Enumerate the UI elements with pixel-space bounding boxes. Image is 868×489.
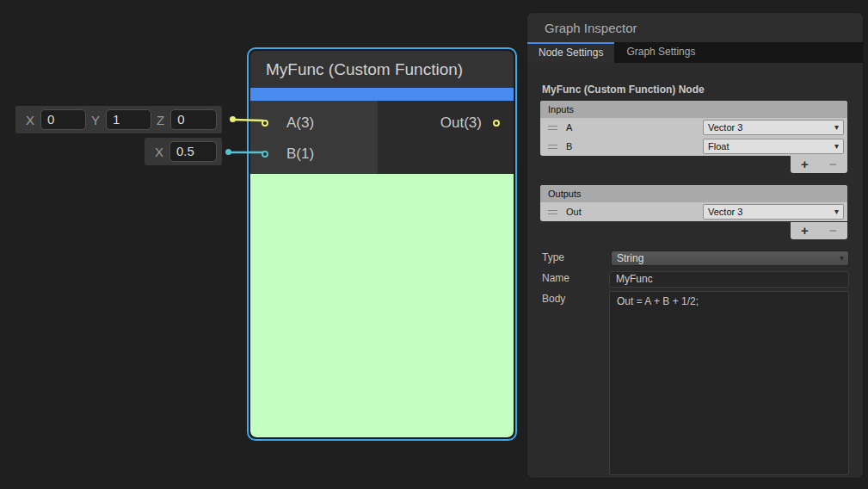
input-port-row-a: A(3) (250, 108, 378, 139)
remove-output-button[interactable]: − (829, 223, 837, 238)
input-a-name: A (566, 122, 572, 133)
inputs-list-header: Inputs (540, 101, 847, 118)
z-value-field[interactable]: 0 (170, 109, 217, 130)
chevron-down-icon: ▾ (840, 251, 844, 265)
tab-graph-settings[interactable]: Graph Settings (614, 42, 707, 63)
body-field[interactable]: Out = A + B + 1/2; (609, 291, 849, 475)
tab-node-settings[interactable]: Node Settings (527, 42, 614, 63)
list-item[interactable]: B Float▾ (540, 137, 847, 156)
port-a-connector-icon[interactable] (262, 120, 268, 127)
y-value-field[interactable]: 1 (106, 109, 151, 130)
y-axis-label: Y (91, 113, 100, 127)
output-type-dropdown[interactable]: Vector 3▾ (703, 204, 844, 220)
inspector-title[interactable]: Graph Inspector (527, 13, 863, 42)
list-item[interactable]: Out Vector 3▾ (540, 202, 847, 221)
port-a-label: A(3) (286, 115, 314, 132)
chevron-down-icon: ▾ (834, 205, 839, 219)
vector3-input-widget: X 0 Y 1 Z 0 (15, 106, 222, 133)
type-dropdown[interactable]: String▾ (611, 251, 849, 266)
output-port-row: Out(3) (378, 108, 514, 139)
input-b-type-dropdown[interactable]: Float▾ (703, 139, 844, 154)
inputs-list-footer: + − (791, 156, 847, 173)
outputs-list: Outputs Out Vector 3▾ (540, 185, 847, 221)
drag-handle-icon[interactable] (548, 126, 557, 130)
node-accent-bar (250, 88, 514, 101)
input-port-row-b: B(1) (250, 139, 378, 170)
float-value-field[interactable]: 0.5 (169, 141, 217, 162)
graph-inspector-panel: Graph Inspector Node Settings Graph Sett… (527, 13, 863, 478)
chevron-down-icon: ▾ (834, 139, 839, 153)
edge-endpoint-dot-yellow[interactable] (230, 116, 236, 122)
node-preview-area (250, 174, 514, 437)
node-input-ports: A(3) B(1) (250, 101, 378, 174)
input-b-name: B (566, 141, 572, 152)
chevron-down-icon: ▾ (834, 121, 839, 134)
node-output-ports: Out(3) (378, 101, 514, 174)
output-name: Out (566, 207, 582, 217)
inspector-tab-bar: Node Settings Graph Settings (527, 42, 863, 63)
x-value-field[interactable]: 0 (40, 109, 86, 130)
drag-handle-icon[interactable] (548, 210, 557, 214)
float-input-widget: X 0.5 (145, 138, 222, 165)
remove-input-button[interactable]: − (829, 157, 837, 172)
add-input-button[interactable]: + (801, 157, 809, 172)
port-b-label: B(1) (286, 145, 314, 163)
outputs-list-footer: + − (791, 222, 847, 239)
z-axis-label: Z (157, 113, 164, 127)
inputs-list: Inputs A Vector 3▾ B Float▾ (540, 101, 847, 156)
add-output-button[interactable]: + (801, 223, 809, 238)
port-b-connector-icon[interactable] (262, 151, 268, 158)
input-a-type-dropdown[interactable]: Vector 3▾ (703, 120, 844, 135)
custom-function-node[interactable]: MyFunc (Custom Function) A(3) B(1) Out(3… (247, 47, 517, 441)
x-axis-label: X (155, 145, 163, 159)
name-field[interactable]: MyFunc (609, 271, 849, 288)
port-out-label: Out(3) (440, 115, 482, 132)
x-axis-label: X (26, 113, 34, 127)
drag-handle-icon[interactable] (548, 145, 557, 149)
name-label: Name (542, 272, 569, 284)
port-out-connector-icon[interactable] (493, 120, 500, 127)
node-title[interactable]: MyFunc (Custom Function) (250, 51, 514, 88)
body-label: Body (542, 293, 565, 305)
node-heading: MyFunc (Custom Function) Node (542, 84, 705, 96)
type-label: Type (542, 251, 564, 263)
list-item[interactable]: A Vector 3▾ (540, 118, 847, 137)
outputs-list-header: Outputs (540, 185, 847, 202)
edge-endpoint-dot-cyan[interactable] (225, 149, 231, 155)
